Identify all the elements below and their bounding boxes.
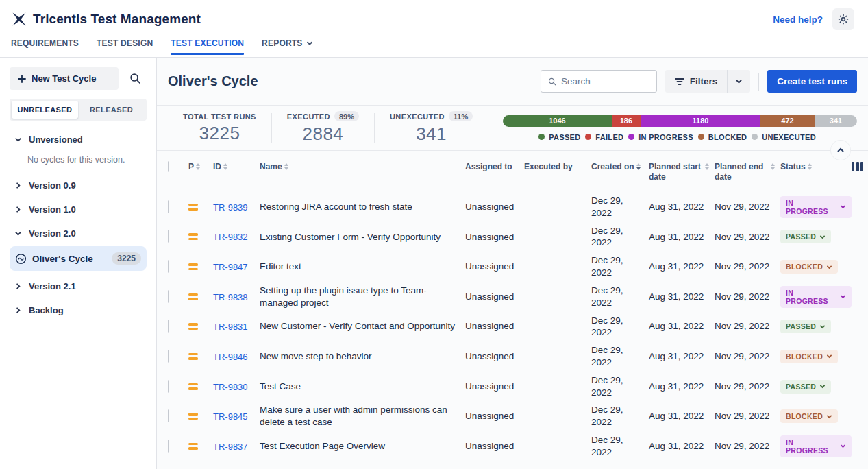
select-all-checkbox[interactable] [168, 161, 169, 172]
legend-dot-icon [752, 134, 758, 140]
legend-item: BLOCKED [698, 133, 747, 141]
search-input[interactable] [561, 76, 649, 86]
test-run-id-link[interactable]: TR-9830 [213, 382, 248, 392]
sort-icon [808, 163, 812, 172]
filters-dropdown-button[interactable] [727, 70, 750, 93]
sidebar-search-button[interactable] [124, 67, 147, 90]
app-title: Tricentis Test Management [33, 12, 201, 27]
test-run-name: New move step to behavior [260, 350, 465, 363]
progress-segment: 1180 [641, 115, 760, 127]
chevron-right-icon [14, 206, 22, 213]
tab-released[interactable]: RELEASED [78, 101, 145, 119]
column-header-name[interactable]: Name [260, 162, 465, 172]
status-dropdown[interactable]: BLOCKED [780, 409, 838, 423]
executed-pct-badge: 89% [334, 111, 359, 121]
chevron-right-icon [14, 306, 22, 314]
test-run-name: Test Execution Page Overview [260, 440, 465, 453]
filters-button[interactable]: Filters [665, 70, 728, 93]
test-run-id-link[interactable]: TR-9847 [213, 262, 248, 272]
tree-item-version-2-1[interactable]: Version 2.1 [10, 274, 147, 298]
planned-start-value: Aug 31, 2022 [649, 350, 715, 363]
status-dropdown[interactable]: PASSED [780, 380, 831, 394]
assigned-to-value: Unassigned [465, 291, 524, 303]
test-run-id-link[interactable]: TR-9839 [213, 202, 248, 213]
row-checkbox[interactable] [168, 290, 169, 303]
status-dropdown[interactable]: BLOCKED [780, 350, 838, 363]
test-run-name: Restoring JIRA account to fresh state [260, 201, 465, 213]
column-settings-icon[interactable] [852, 162, 868, 171]
need-help-link[interactable]: Need help? [773, 14, 823, 25]
sort-icon [284, 163, 288, 172]
settings-button[interactable] [832, 8, 854, 30]
test-run-id-link[interactable]: TR-9838 [213, 292, 248, 302]
gear-icon [837, 13, 850, 25]
tab-test-design[interactable]: TEST DESIGN [97, 38, 153, 53]
row-checkbox[interactable] [168, 440, 169, 453]
row-checkbox[interactable] [168, 320, 169, 333]
status-dropdown[interactable]: PASSED [780, 320, 831, 333]
executed-value: 2884 [302, 123, 343, 145]
legend-dot-icon [585, 134, 591, 140]
test-run-id-link[interactable]: TR-9846 [213, 352, 248, 362]
row-checkbox[interactable] [168, 200, 169, 213]
new-test-cycle-button[interactable]: New Test Cycle [10, 67, 119, 90]
tree-item-version-1-0[interactable]: Version 1.0 [10, 197, 147, 221]
create-test-runs-button[interactable]: Create test runs [767, 70, 857, 93]
table-row: TR-9837 Test Execution Page Overview Una… [157, 431, 868, 461]
chevron-down-icon [306, 40, 313, 47]
planned-end-value: Nov 29, 2022 [715, 350, 780, 363]
created-on-value: Dec 29, 2022 [591, 225, 649, 250]
column-header-planned-start[interactable]: Planned start date [649, 162, 715, 182]
test-run-id-link[interactable]: TR-9831 [213, 322, 248, 332]
assigned-to-value: Unassigned [465, 231, 524, 243]
sort-icon [705, 163, 709, 182]
row-checkbox[interactable] [168, 409, 169, 422]
collapse-summary-button[interactable] [831, 141, 850, 160]
chevron-down-icon [819, 324, 826, 330]
row-checkbox[interactable] [168, 260, 169, 273]
stat-executed: EXECUTED 89% 2884 [272, 111, 374, 145]
status-dropdown[interactable]: IN PROGRESS [780, 286, 852, 308]
tab-unreleased[interactable]: UNRELEASED [12, 101, 78, 119]
tab-requirements[interactable]: REQUIREMENTS [11, 38, 79, 53]
unexecuted-pct-badge: 11% [449, 111, 473, 121]
table-row: TR-9831 New Customer - Verify Contact an… [157, 312, 868, 342]
column-header-status[interactable]: Status [780, 162, 852, 172]
column-header-id[interactable]: ID [213, 162, 260, 172]
tree-item-backlog[interactable]: Backlog [10, 298, 147, 322]
row-checkbox[interactable] [168, 380, 169, 393]
tree-item-olivers-cycle[interactable]: Oliver's Cycle 3225 [10, 246, 147, 271]
chevron-down-icon [840, 204, 846, 210]
test-run-id-link[interactable]: TR-9832 [213, 232, 248, 242]
row-checkbox[interactable] [168, 350, 169, 363]
tree-item-version-2-0[interactable]: Version 2.0 [10, 221, 147, 245]
priority-medium-icon [188, 443, 198, 450]
tree-item-unversioned[interactable]: Unversioned [10, 128, 147, 151]
legend-dot-icon [628, 134, 634, 140]
created-on-value: Dec 29, 2022 [591, 434, 649, 459]
tree-item-version-0-9[interactable]: Version 0.9 [10, 173, 147, 197]
created-on-value: Dec 29, 2022 [591, 374, 649, 399]
tab-test-execution[interactable]: TEST EXECUTION [171, 38, 244, 55]
assigned-to-value: Unassigned [465, 320, 524, 333]
planned-end-value: Nov 29, 2022 [715, 261, 780, 273]
row-checkbox[interactable] [168, 230, 169, 243]
column-header-assigned-to[interactable]: Assigned to [465, 162, 524, 172]
status-dropdown[interactable]: IN PROGRESS [780, 435, 852, 457]
app-logo: Tricentis Test Management [11, 11, 201, 27]
table-row: TR-9846 New move step to behavior Unassi… [157, 341, 868, 372]
column-header-planned-end[interactable]: Planned end date [715, 162, 780, 182]
chevron-down-icon [826, 413, 832, 420]
test-run-id-link[interactable]: TR-9837 [213, 442, 248, 452]
table-row: TR-9832 Existing Customer Form - Verify … [157, 222, 868, 252]
column-header-created-on[interactable]: Created on [591, 162, 649, 172]
column-header-priority[interactable]: P [188, 162, 213, 172]
status-dropdown[interactable]: BLOCKED [780, 260, 838, 274]
status-dropdown[interactable]: PASSED [780, 230, 831, 243]
tab-reports[interactable]: REPORTS [262, 38, 312, 53]
priority-medium-icon [188, 383, 198, 390]
planned-start-value: Aug 31, 2022 [649, 381, 715, 393]
test-run-id-link[interactable]: TR-9845 [213, 411, 248, 422]
column-header-executed-by[interactable]: Executed by [524, 162, 591, 172]
status-dropdown[interactable]: IN PROGRESS [780, 196, 852, 218]
